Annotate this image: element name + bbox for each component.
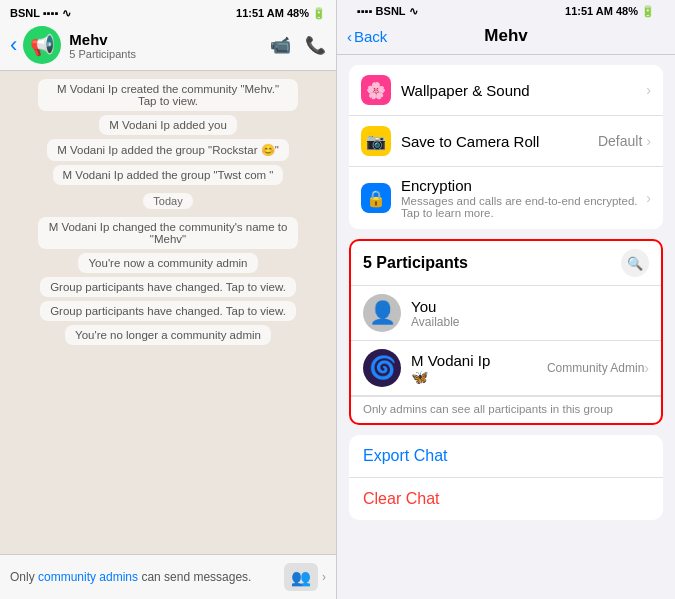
back-label: Back — [354, 28, 387, 45]
phone-icon[interactable]: 📞 — [305, 35, 326, 56]
butterfly-icon: 🦋 — [411, 369, 428, 385]
signal-icon-left: ▪▪▪▪ — [43, 7, 59, 19]
export-chat-label: Export Chat — [363, 447, 447, 465]
participant-name-you: You — [411, 298, 649, 315]
admin-note: Only admins can see all participants in … — [351, 396, 661, 423]
avatar-mvodani: 🌀 — [363, 349, 401, 387]
clear-chat-row[interactable]: Clear Chat — [349, 478, 663, 520]
settings-row-camera[interactable]: 📷 Save to Camera Roll Default › — [349, 116, 663, 167]
right-status-content: ▪▪▪▪ BSNL ∿ 11:51 AM 48% 🔋 — [347, 2, 665, 20]
system-msg-4: M Vodani Ip added the group "Twst com " — [53, 165, 284, 185]
wifi-icon-left: ∿ — [62, 7, 71, 20]
footer-chevron: › — [322, 570, 326, 584]
system-msg-9: You're no longer a community admin — [65, 325, 271, 345]
back-chevron: ‹ — [347, 28, 352, 45]
group-button[interactable]: 👥 — [284, 563, 318, 591]
group-name-left: Mehv — [69, 31, 270, 48]
participant-status-you: Available — [411, 315, 649, 329]
back-button-left[interactable]: ‹ — [10, 32, 17, 58]
encryption-icon: 🔒 — [361, 183, 391, 213]
mvodani-chevron: › — [644, 360, 649, 376]
right-status-bar: ▪▪▪▪ BSNL ∿ 11:51 AM 48% 🔋 — [337, 0, 675, 22]
action-section: Export Chat Clear Chat — [349, 435, 663, 520]
group-sub-left: 5 Participants — [69, 48, 270, 60]
date-divider: Today — [143, 193, 192, 209]
system-msg-2: M Vodani Ip added you — [99, 115, 237, 135]
left-status-right: 11:51 AM 48% 🔋 — [236, 7, 326, 20]
right-content: 🌸 Wallpaper & Sound › 📷 Save to Camera R… — [337, 55, 675, 599]
wallpaper-chevron: › — [646, 82, 651, 98]
camera-title: Save to Camera Roll — [401, 133, 598, 150]
wallpaper-text: Wallpaper & Sound — [401, 82, 646, 99]
camera-icon: 📷 — [361, 126, 391, 156]
battery-left: 48% — [287, 7, 309, 19]
encryption-title: Encryption — [401, 177, 646, 194]
encryption-subtitle: Messages and calls are end-to-end encryp… — [401, 195, 646, 219]
left-footer: Only community admins can send messages.… — [0, 554, 336, 599]
battery-icon-right: 🔋 — [641, 5, 655, 18]
participants-section: 5 Participants 🔍 👤 You Available 🌀 M Vod… — [349, 239, 663, 425]
left-nav: ‹ 📢 Mehv 5 Participants 📹 📞 — [10, 26, 326, 64]
header-actions: 📹 📞 — [270, 35, 326, 56]
group-info: Mehv 5 Participants — [69, 31, 270, 60]
system-msg-1: M Vodani Ip created the community "Mehv.… — [38, 79, 298, 111]
group-avatar-left: 📢 — [23, 26, 61, 64]
system-msg-6: You're now a community admin — [78, 253, 257, 273]
left-status-bar: BSNL ▪▪▪▪ ∿ 11:51 AM 48% 🔋 — [10, 4, 326, 22]
participant-row-mvodani[interactable]: 🌀 M Vodani Ip 🦋 Community Admin › — [351, 341, 661, 396]
left-status-left: BSNL ▪▪▪▪ ∿ — [10, 7, 71, 20]
participant-name-mvodani: M Vodani Ip — [411, 352, 547, 369]
system-msg-3: M Vodani Ip added the group "Rockstar 😊" — [47, 139, 289, 161]
time-right: 11:51 AM — [565, 5, 613, 17]
wifi-icon-right: ∿ — [409, 5, 418, 18]
community-admins-link[interactable]: community admins — [38, 570, 138, 584]
footer-text: Only community admins can send messages. — [10, 570, 251, 584]
encryption-chevron: › — [646, 190, 651, 206]
camera-chevron: › — [646, 133, 651, 149]
right-title: Mehv — [484, 26, 527, 46]
system-msg-8: Group participants have changed. Tap to … — [40, 301, 296, 321]
right-header: ‹ Back Mehv — [337, 22, 675, 55]
participant-info-you: You Available — [411, 298, 649, 329]
signal-icon-right: ▪▪▪▪ — [357, 5, 373, 17]
camera-text: Save to Camera Roll — [401, 133, 598, 150]
right-panel: ▪▪▪▪ BSNL ∿ 11:51 AM 48% 🔋 ‹ Back Mehv 🌸 — [337, 0, 675, 599]
settings-row-wallpaper[interactable]: 🌸 Wallpaper & Sound › — [349, 65, 663, 116]
battery-icon-left: 🔋 — [312, 7, 326, 20]
left-panel: BSNL ▪▪▪▪ ∿ 11:51 AM 48% 🔋 ‹ 📢 Mehv 5 Pa… — [0, 0, 337, 599]
back-button-right[interactable]: ‹ Back — [347, 28, 387, 45]
right-status-right: 11:51 AM 48% 🔋 — [565, 5, 655, 18]
settings-row-encryption[interactable]: 🔒 Encryption Messages and calls are end-… — [349, 167, 663, 229]
wallpaper-title: Wallpaper & Sound — [401, 82, 646, 99]
carrier-left: BSNL — [10, 7, 40, 19]
participants-title: 5 Participants — [363, 254, 468, 272]
settings-section: 🌸 Wallpaper & Sound › 📷 Save to Camera R… — [349, 65, 663, 229]
time-left: 11:51 AM — [236, 7, 284, 19]
participant-row-you[interactable]: 👤 You Available — [351, 286, 661, 341]
camera-value: Default — [598, 133, 642, 149]
wallpaper-icon: 🌸 — [361, 75, 391, 105]
participant-info-mvodani: M Vodani Ip 🦋 — [411, 352, 547, 385]
export-chat-row[interactable]: Export Chat — [349, 435, 663, 478]
footer-right: 👥 › — [284, 563, 326, 591]
right-status-left: ▪▪▪▪ BSNL ∿ — [357, 5, 418, 18]
system-msg-5: M Vodani Ip changed the community's name… — [38, 217, 298, 249]
avatar-you: 👤 — [363, 294, 401, 332]
carrier-right: BSNL — [376, 5, 406, 17]
clear-chat-label: Clear Chat — [363, 490, 439, 508]
video-icon[interactable]: 📹 — [270, 35, 291, 56]
chat-area: M Vodani Ip created the community "Mehv.… — [0, 71, 336, 554]
battery-right: 48% — [616, 5, 638, 17]
encryption-text: Encryption Messages and calls are end-to… — [401, 177, 646, 219]
system-msg-7: Group participants have changed. Tap to … — [40, 277, 296, 297]
group-icon: 📢 — [30, 33, 55, 57]
search-button[interactable]: 🔍 — [621, 249, 649, 277]
left-header: BSNL ▪▪▪▪ ∿ 11:51 AM 48% 🔋 ‹ 📢 Mehv 5 Pa… — [0, 0, 336, 71]
participant-role-mvodani: Community Admin — [547, 361, 644, 375]
participants-header: 5 Participants 🔍 — [351, 241, 661, 286]
